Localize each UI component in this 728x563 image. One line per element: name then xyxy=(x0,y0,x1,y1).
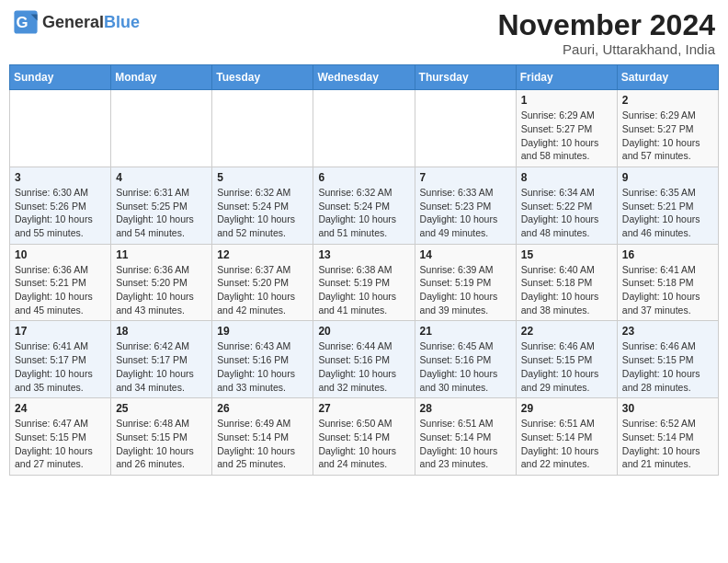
day-number: 16 xyxy=(622,248,713,261)
calendar-cell: 30Sunrise: 6:52 AM Sunset: 5:14 PM Dayli… xyxy=(617,398,718,476)
calendar-cell: 16Sunrise: 6:41 AM Sunset: 5:18 PM Dayli… xyxy=(617,244,718,321)
day-number: 26 xyxy=(217,402,308,415)
day-info: Sunrise: 6:46 AM Sunset: 5:15 PM Dayligh… xyxy=(622,339,713,394)
day-info: Sunrise: 6:30 AM Sunset: 5:26 PM Dayligh… xyxy=(15,186,106,240)
calendar-cell: 14Sunrise: 6:39 AM Sunset: 5:19 PM Dayli… xyxy=(415,244,516,321)
calendar-cell: 22Sunrise: 6:46 AM Sunset: 5:15 PM Dayli… xyxy=(516,321,617,398)
calendar-day-header: Thursday xyxy=(415,65,516,90)
page-subtitle: Pauri, Uttarakhand, India xyxy=(497,41,715,57)
calendar-header-row: SundayMondayTuesdayWednesdayThursdayFrid… xyxy=(10,65,719,90)
calendar-cell xyxy=(212,90,313,167)
day-info: Sunrise: 6:35 AM Sunset: 5:21 PM Dayligh… xyxy=(622,186,713,240)
day-info: Sunrise: 6:39 AM Sunset: 5:19 PM Dayligh… xyxy=(420,263,511,317)
day-info: Sunrise: 6:51 AM Sunset: 5:14 PM Dayligh… xyxy=(521,417,612,471)
svg-text:G: G xyxy=(17,14,28,31)
day-info: Sunrise: 6:51 AM Sunset: 5:14 PM Dayligh… xyxy=(420,417,511,471)
calendar-cell xyxy=(415,90,516,167)
calendar-table: SundayMondayTuesdayWednesdayThursdayFrid… xyxy=(9,64,719,476)
calendar-cell: 2Sunrise: 6:29 AM Sunset: 5:27 PM Daylig… xyxy=(617,90,718,167)
day-number: 25 xyxy=(116,402,207,415)
day-number: 19 xyxy=(217,325,308,338)
day-info: Sunrise: 6:46 AM Sunset: 5:15 PM Dayligh… xyxy=(521,339,612,394)
day-number: 2 xyxy=(622,94,713,107)
calendar-cell: 21Sunrise: 6:45 AM Sunset: 5:16 PM Dayli… xyxy=(415,321,516,398)
calendar-day-header: Saturday xyxy=(617,65,718,90)
day-number: 9 xyxy=(622,171,713,184)
logo-text: GeneralBlue xyxy=(42,13,140,32)
calendar-cell xyxy=(10,90,111,167)
calendar-day-header: Monday xyxy=(111,65,212,90)
day-number: 3 xyxy=(15,171,106,184)
calendar-week-row: 24Sunrise: 6:47 AM Sunset: 5:15 PM Dayli… xyxy=(10,398,719,476)
day-info: Sunrise: 6:48 AM Sunset: 5:15 PM Dayligh… xyxy=(116,417,207,471)
day-number: 24 xyxy=(15,402,106,415)
day-info: Sunrise: 6:43 AM Sunset: 5:16 PM Dayligh… xyxy=(217,339,308,394)
day-number: 14 xyxy=(420,248,511,261)
day-info: Sunrise: 6:36 AM Sunset: 5:20 PM Dayligh… xyxy=(116,263,207,317)
day-number: 21 xyxy=(420,325,511,338)
day-number: 11 xyxy=(116,248,207,261)
day-info: Sunrise: 6:32 AM Sunset: 5:24 PM Dayligh… xyxy=(217,186,308,240)
calendar-week-row: 17Sunrise: 6:41 AM Sunset: 5:17 PM Dayli… xyxy=(10,321,719,398)
calendar-cell: 15Sunrise: 6:40 AM Sunset: 5:18 PM Dayli… xyxy=(516,244,617,321)
calendar-cell: 25Sunrise: 6:48 AM Sunset: 5:15 PM Dayli… xyxy=(111,398,212,476)
day-info: Sunrise: 6:50 AM Sunset: 5:14 PM Dayligh… xyxy=(318,417,409,471)
calendar-day-header: Tuesday xyxy=(212,65,313,90)
logo: G GeneralBlue xyxy=(13,9,140,35)
calendar-week-row: 10Sunrise: 6:36 AM Sunset: 5:21 PM Dayli… xyxy=(10,244,719,321)
logo-icon: G xyxy=(13,9,39,35)
day-number: 15 xyxy=(521,248,612,261)
calendar-cell xyxy=(111,90,212,167)
day-info: Sunrise: 6:42 AM Sunset: 5:17 PM Dayligh… xyxy=(116,339,207,394)
day-info: Sunrise: 6:44 AM Sunset: 5:16 PM Dayligh… xyxy=(318,339,409,394)
calendar-cell: 3Sunrise: 6:30 AM Sunset: 5:26 PM Daylig… xyxy=(10,167,111,244)
calendar-cell: 8Sunrise: 6:34 AM Sunset: 5:22 PM Daylig… xyxy=(516,167,617,244)
day-info: Sunrise: 6:38 AM Sunset: 5:19 PM Dayligh… xyxy=(318,263,409,317)
day-number: 22 xyxy=(521,325,612,338)
day-info: Sunrise: 6:47 AM Sunset: 5:15 PM Dayligh… xyxy=(15,417,106,471)
day-number: 4 xyxy=(116,171,207,184)
day-info: Sunrise: 6:49 AM Sunset: 5:14 PM Dayligh… xyxy=(217,417,308,471)
calendar-week-row: 3Sunrise: 6:30 AM Sunset: 5:26 PM Daylig… xyxy=(10,167,719,244)
day-info: Sunrise: 6:36 AM Sunset: 5:21 PM Dayligh… xyxy=(15,263,106,317)
calendar-cell: 9Sunrise: 6:35 AM Sunset: 5:21 PM Daylig… xyxy=(617,167,718,244)
calendar-cell: 29Sunrise: 6:51 AM Sunset: 5:14 PM Dayli… xyxy=(516,398,617,476)
calendar-cell: 26Sunrise: 6:49 AM Sunset: 5:14 PM Dayli… xyxy=(212,398,313,476)
calendar-day-header: Wednesday xyxy=(313,65,415,90)
calendar-day-header: Sunday xyxy=(10,65,111,90)
calendar-cell: 10Sunrise: 6:36 AM Sunset: 5:21 PM Dayli… xyxy=(10,244,111,321)
title-area: November 2024 Pauri, Uttarakhand, India xyxy=(497,9,715,57)
calendar-cell: 23Sunrise: 6:46 AM Sunset: 5:15 PM Dayli… xyxy=(617,321,718,398)
day-info: Sunrise: 6:40 AM Sunset: 5:18 PM Dayligh… xyxy=(521,263,612,317)
day-number: 17 xyxy=(15,325,106,338)
calendar-cell: 4Sunrise: 6:31 AM Sunset: 5:25 PM Daylig… xyxy=(111,167,212,244)
day-number: 18 xyxy=(116,325,207,338)
day-number: 10 xyxy=(15,248,106,261)
calendar-cell: 18Sunrise: 6:42 AM Sunset: 5:17 PM Dayli… xyxy=(111,321,212,398)
day-info: Sunrise: 6:37 AM Sunset: 5:20 PM Dayligh… xyxy=(217,263,308,317)
day-info: Sunrise: 6:41 AM Sunset: 5:18 PM Dayligh… xyxy=(622,263,713,317)
day-number: 27 xyxy=(318,402,409,415)
day-info: Sunrise: 6:41 AM Sunset: 5:17 PM Dayligh… xyxy=(15,339,106,394)
calendar-cell: 12Sunrise: 6:37 AM Sunset: 5:20 PM Dayli… xyxy=(212,244,313,321)
calendar-cell: 19Sunrise: 6:43 AM Sunset: 5:16 PM Dayli… xyxy=(212,321,313,398)
day-number: 7 xyxy=(420,171,511,184)
day-number: 13 xyxy=(318,248,409,261)
day-number: 30 xyxy=(622,402,713,415)
day-info: Sunrise: 6:31 AM Sunset: 5:25 PM Dayligh… xyxy=(116,186,207,240)
day-info: Sunrise: 6:32 AM Sunset: 5:24 PM Dayligh… xyxy=(318,186,409,240)
header: G GeneralBlue November 2024 Pauri, Uttar… xyxy=(9,9,719,57)
calendar-cell: 5Sunrise: 6:32 AM Sunset: 5:24 PM Daylig… xyxy=(212,167,313,244)
day-number: 6 xyxy=(318,171,409,184)
calendar-cell: 13Sunrise: 6:38 AM Sunset: 5:19 PM Dayli… xyxy=(313,244,415,321)
day-info: Sunrise: 6:33 AM Sunset: 5:23 PM Dayligh… xyxy=(420,186,511,240)
page-title: November 2024 xyxy=(497,9,715,41)
calendar-cell: 1Sunrise: 6:29 AM Sunset: 5:27 PM Daylig… xyxy=(516,90,617,167)
day-number: 20 xyxy=(318,325,409,338)
day-info: Sunrise: 6:45 AM Sunset: 5:16 PM Dayligh… xyxy=(420,339,511,394)
day-info: Sunrise: 6:29 AM Sunset: 5:27 PM Dayligh… xyxy=(622,109,713,163)
calendar-cell: 24Sunrise: 6:47 AM Sunset: 5:15 PM Dayli… xyxy=(10,398,111,476)
day-number: 5 xyxy=(217,171,308,184)
calendar-cell: 20Sunrise: 6:44 AM Sunset: 5:16 PM Dayli… xyxy=(313,321,415,398)
day-info: Sunrise: 6:34 AM Sunset: 5:22 PM Dayligh… xyxy=(521,186,612,240)
